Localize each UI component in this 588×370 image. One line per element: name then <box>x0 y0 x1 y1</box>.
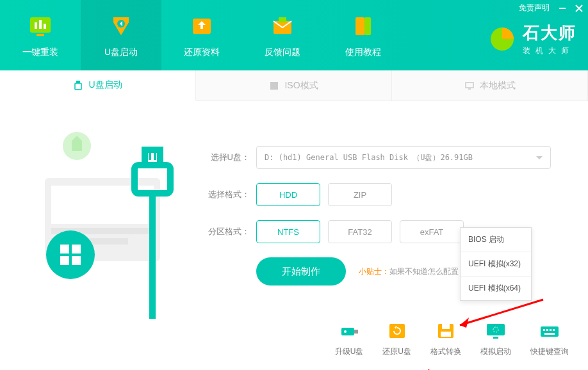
floppy-icon <box>432 321 460 341</box>
format-zip[interactable]: ZIP <box>328 183 392 206</box>
svg-rect-17 <box>466 83 473 88</box>
usb-icon <box>73 80 83 90</box>
envelope-icon <box>268 12 297 40</box>
bar-chart-icon <box>26 12 54 40</box>
iso-icon <box>269 81 279 91</box>
tool-hotkeys[interactable]: 快捷键查询 <box>530 321 569 357</box>
keyboard-icon <box>535 321 564 341</box>
svg-rect-33 <box>72 256 81 265</box>
format-label: 选择格式： <box>205 189 250 200</box>
svg-rect-39 <box>354 330 358 334</box>
popup-bios[interactable]: BIOS 启动 <box>461 228 531 252</box>
svg-rect-50 <box>543 329 545 331</box>
disclaimer-link[interactable]: 免责声明 <box>519 3 550 13</box>
close-icon[interactable] <box>575 4 583 12</box>
tool-label: 快捷键查询 <box>530 346 569 357</box>
nav-feedback[interactable]: 反馈问题 <box>242 0 323 70</box>
main-nav: 一键重装 U盘启动 还原资料 反馈问题 使用教程 <box>0 0 404 70</box>
boot-popup: BIOS 启动 UEFI 模拟(x32) UEFI 模拟(x64) <box>460 227 532 301</box>
header: 免责声明 一键重装 U盘启动 还原资料 反馈问题 使用教程 石大师 装机大师 <box>0 0 588 70</box>
brand-logo: 石大师 装机大师 <box>488 22 576 56</box>
mode-iso[interactable]: ISO模式 <box>196 70 392 101</box>
svg-rect-44 <box>442 324 450 329</box>
svg-rect-11 <box>279 17 286 22</box>
brand-sub: 装机大师 <box>523 45 576 56</box>
svg-rect-32 <box>60 256 69 265</box>
tool-label: 格式转换 <box>430 346 461 357</box>
nav-label: 还原资料 <box>184 47 220 58</box>
popup-uefi32[interactable]: UEFI 模拟(x32) <box>461 252 531 276</box>
usb-drive-icon <box>335 321 363 341</box>
svg-rect-13 <box>364 17 371 35</box>
annotation-arrow-icon <box>421 364 511 370</box>
mode-local[interactable]: 本地模式 <box>392 70 588 101</box>
nav-restore[interactable]: 还原资料 <box>161 0 242 70</box>
svg-rect-7 <box>37 34 44 36</box>
refresh-box-icon <box>383 321 411 341</box>
illustration <box>13 114 192 357</box>
tool-label: 还原U盘 <box>382 346 411 357</box>
mode-label: ISO模式 <box>284 80 318 92</box>
tip-head: 小贴士： <box>359 267 389 276</box>
fs-fat32[interactable]: FAT32 <box>328 220 392 243</box>
fs-exfat[interactable]: exFAT <box>400 220 464 243</box>
nav-label: U盘启动 <box>104 47 138 58</box>
start-button[interactable]: 开始制作 <box>256 257 346 286</box>
book-icon <box>349 12 377 40</box>
nav-label: 使用教程 <box>345 47 381 58</box>
svg-rect-38 <box>341 328 354 335</box>
svg-rect-49 <box>541 326 559 337</box>
popup-uefi64[interactable]: UEFI 模拟(x64) <box>461 276 531 300</box>
svg-rect-15 <box>75 83 81 90</box>
tool-simulate[interactable]: 模拟启动 <box>480 321 511 357</box>
udisk-select[interactable]: D: (hd1) General USB Flash Disk （U盘）26.9… <box>256 146 551 169</box>
svg-rect-53 <box>553 329 555 331</box>
logo-icon <box>488 25 516 53</box>
svg-rect-48 <box>493 337 498 339</box>
titlebar: 免责声明 <box>519 3 583 13</box>
main-content: 选择U盘： D: (hd1) General USB Flash Disk （U… <box>0 101 588 370</box>
monitor-icon <box>482 321 510 341</box>
svg-rect-16 <box>270 82 278 90</box>
tool-upgrade[interactable]: 升级U盘 <box>335 321 364 357</box>
udisk-label: 选择U盘： <box>205 152 250 163</box>
svg-rect-5 <box>39 20 42 29</box>
svg-rect-46 <box>487 324 505 335</box>
tool-label: 升级U盘 <box>335 346 364 357</box>
upload-box-icon <box>188 12 216 40</box>
svg-rect-6 <box>44 24 46 29</box>
tip-text: 小贴士：如果不知道怎么配置 即可 <box>359 266 476 277</box>
tool-row: 升级U盘 还原U盘 格式转换 模拟启动 快捷键查询 <box>335 321 569 357</box>
mode-label: U盘启动 <box>88 79 122 91</box>
nav-usb-boot[interactable]: U盘启动 <box>81 0 161 70</box>
svg-rect-4 <box>35 22 37 29</box>
svg-rect-52 <box>550 329 551 331</box>
svg-rect-31 <box>72 245 81 253</box>
svg-point-29 <box>46 230 95 279</box>
nav-tutorial[interactable]: 使用教程 <box>323 0 404 70</box>
format-hdd[interactable]: HDD <box>256 183 320 206</box>
mode-usb[interactable]: U盘启动 <box>0 70 196 101</box>
svg-point-40 <box>344 330 347 333</box>
tool-restore[interactable]: 还原U盘 <box>382 321 411 357</box>
nav-label: 一键重装 <box>22 47 58 58</box>
svg-rect-45 <box>441 332 451 337</box>
brand-name: 石大师 <box>523 22 576 44</box>
nav-reinstall[interactable]: 一键重装 <box>0 0 81 70</box>
svg-rect-25 <box>145 150 160 165</box>
svg-rect-54 <box>544 333 555 335</box>
shield-icon <box>107 12 135 40</box>
tool-label: 模拟启动 <box>480 346 511 357</box>
monitor-icon <box>464 81 475 91</box>
svg-rect-12 <box>355 17 364 35</box>
minimize-icon[interactable] <box>559 4 566 12</box>
tool-convert[interactable]: 格式转换 <box>430 321 461 357</box>
mode-tabs: U盘启动 ISO模式 本地模式 <box>0 70 588 101</box>
svg-rect-41 <box>389 324 405 338</box>
svg-rect-51 <box>546 329 548 331</box>
mode-label: 本地模式 <box>480 80 516 92</box>
nav-label: 反馈问题 <box>265 47 300 58</box>
svg-rect-30 <box>60 245 69 253</box>
fs-ntfs[interactable]: NTFS <box>256 220 320 243</box>
fs-label: 分区格式： <box>205 226 250 237</box>
